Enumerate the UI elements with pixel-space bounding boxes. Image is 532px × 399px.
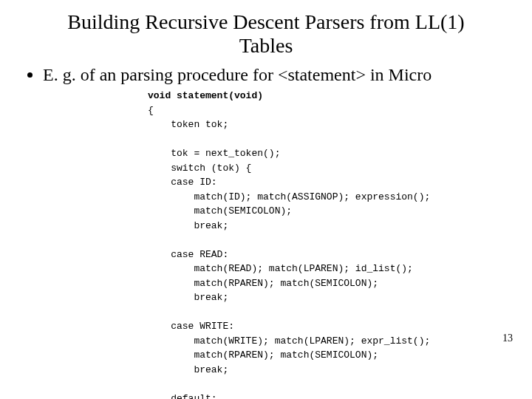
code-line: match(SEMICOLON); xyxy=(148,205,292,216)
code-listing: void statement(void) { token tok; tok = … xyxy=(148,89,510,399)
code-line: tok = next_token(); xyxy=(148,148,280,159)
nonterminal-text: <statement> xyxy=(278,65,366,84)
code-line: case READ: xyxy=(148,249,228,260)
code-line: match(WRITE); match(LPAREN); expr_list()… xyxy=(148,335,430,347)
code-line: default: xyxy=(148,393,217,399)
code-line: token tok; xyxy=(148,119,228,130)
code-signature: void statement(void) xyxy=(148,90,263,101)
code-line: break; xyxy=(148,292,228,303)
code-line: break; xyxy=(148,220,228,231)
code-line: match(RPAREN); match(SEMICOLON); xyxy=(148,349,378,361)
code-line: case WRITE: xyxy=(148,321,234,332)
bullet-item: E. g. of an parsing procedure for <state… xyxy=(43,64,510,86)
code-line: match(READ); match(LPAREN); id_list(); xyxy=(148,263,413,274)
slide-title: Building Recursive Descent Parsers from … xyxy=(52,10,480,58)
code-line: { xyxy=(148,105,154,116)
bullet-text-suffix: in Micro xyxy=(366,65,432,84)
bullet-text-prefix: E. g. of an parsing procedure for xyxy=(43,65,278,84)
code-line: switch (tok) { xyxy=(148,163,251,174)
code-line: break; xyxy=(148,364,228,375)
bullet-list: E. g. of an parsing procedure for <state… xyxy=(22,64,510,86)
code-line: match(RPAREN); match(SEMICOLON); xyxy=(148,278,378,289)
slide: Building Recursive Descent Parsers from … xyxy=(0,0,532,399)
code-line: case ID: xyxy=(148,177,217,188)
page-number: 13 xyxy=(502,332,513,344)
code-line: match(ID); match(ASSIGNOP); expression()… xyxy=(148,191,430,202)
